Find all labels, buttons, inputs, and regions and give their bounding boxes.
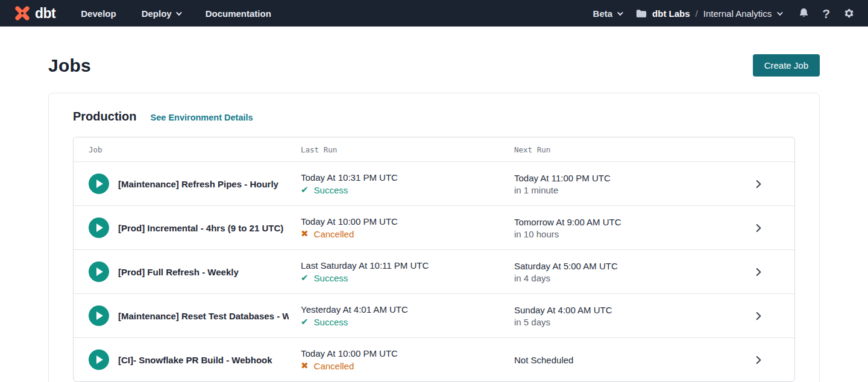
next-run-cell: Tomorrow At 9:00 AM UTC in 10 hours (514, 217, 722, 239)
next-run-relative: in 1 minute (514, 185, 722, 195)
status-line: ✔ Success (301, 316, 514, 327)
next-run-time: Sunday At 4:00 AM UTC (514, 305, 722, 315)
play-icon (96, 180, 103, 188)
status-badge: Success (314, 317, 348, 327)
nav-item-develop[interactable]: Develop (81, 8, 116, 19)
last-run-cell: Today At 10:00 PM UTC ✖ Cancelled (301, 348, 514, 371)
table-row[interactable]: [Maintenance] Reset Test Databases - W… … (74, 293, 794, 337)
gear-icon[interactable] (843, 7, 855, 19)
run-job-play-button[interactable] (89, 349, 109, 370)
play-icon (96, 355, 103, 364)
next-run-cell: Today At 11:00 PM UTC in 1 minute (514, 173, 722, 195)
account-name: dbt Labs (652, 8, 690, 19)
next-run-cell: Saturday At 5:00 AM UTC in 4 days (514, 261, 722, 283)
table-row[interactable]: [Prod] Full Refresh - Weekly Last Saturd… (74, 249, 794, 293)
see-environment-details-link[interactable]: See Environment Details (151, 113, 253, 122)
last-run-time: Yesterday At 4:01 AM UTC (301, 304, 514, 315)
beta-dropdown[interactable]: Beta (593, 8, 622, 19)
nav-item-label: Documentation (206, 8, 271, 19)
job-name: [CI]- Snowflake PR Build - Webhook (118, 355, 272, 365)
run-job-play-button[interactable] (89, 174, 109, 194)
navbar-icon-group: ? (798, 7, 855, 20)
next-run-time: Not Scheduled (514, 355, 722, 365)
job-name: [Prod] Full Refresh - Weekly (118, 267, 239, 277)
page-header: Jobs Create Job (0, 54, 868, 77)
dbt-logo-icon (13, 4, 31, 22)
play-icon (96, 224, 103, 232)
table-row[interactable]: [Maintenance] Refresh Pipes - Hourly Tod… (74, 161, 794, 205)
job-cell: [Maintenance] Refresh Pipes - Hourly (89, 174, 301, 194)
job-cell: [CI]- Snowflake PR Build - Webhook (89, 349, 301, 370)
chevron-right-icon[interactable] (754, 180, 763, 189)
job-cell: [Prod] Full Refresh - Weekly (89, 261, 301, 282)
folder-icon (636, 9, 647, 18)
chevron-right-icon[interactable] (754, 355, 763, 365)
last-run-cell: Yesterday At 4:01 AM UTC ✔ Success (301, 304, 514, 327)
job-name: [Maintenance] Reset Test Databases - W… (118, 311, 289, 321)
nav-item-documentation[interactable]: Documentation (206, 8, 271, 19)
chevron-down-icon (617, 10, 623, 16)
last-run-cell: Today At 10:00 PM UTC ✖ Cancelled (301, 216, 514, 239)
status-icon: ✔ (301, 272, 309, 283)
job-cell: [Prod] Incremental - 4hrs (9 to 21 UTC) (89, 218, 301, 238)
next-run-cell: Sunday At 4:00 AM UTC in 5 days (514, 305, 722, 327)
next-run-relative: in 10 hours (514, 229, 722, 239)
status-icon: ✖ (301, 360, 309, 371)
play-icon (96, 312, 103, 320)
status-line: ✔ Success (301, 272, 514, 283)
next-run-relative: in 4 days (514, 273, 722, 283)
job-name: [Maintenance] Refresh Pipes - Hourly (118, 179, 278, 189)
dbt-logo[interactable]: dbt (13, 4, 55, 22)
row-chevron-cell (722, 312, 794, 321)
status-badge: Success (314, 273, 348, 283)
next-run-cell: Not Scheduled (514, 355, 722, 365)
status-line: ✖ Cancelled (301, 360, 514, 371)
play-icon (96, 268, 103, 276)
help-icon[interactable]: ? (822, 7, 830, 20)
nav-item-label: Deploy (142, 8, 172, 19)
status-badge: Cancelled (314, 361, 354, 371)
chevron-right-icon[interactable] (754, 268, 763, 277)
table-row[interactable]: [Prod] Incremental - 4hrs (9 to 21 UTC) … (74, 205, 794, 249)
status-badge: Success (314, 185, 348, 195)
jobs-table: Job Last Run Next Run [Maintenance] Refr… (73, 137, 795, 382)
row-chevron-cell (722, 224, 794, 233)
chevron-right-icon[interactable] (754, 312, 763, 321)
status-icon: ✔ (301, 184, 309, 195)
row-chevron-cell (722, 180, 794, 189)
status-icon: ✔ (301, 316, 309, 327)
environment-card: Production See Environment Details Job L… (48, 93, 820, 382)
last-run-time: Last Saturday At 10:11 PM UTC (301, 260, 514, 271)
last-run-cell: Last Saturday At 10:11 PM UTC ✔ Success (301, 260, 514, 283)
bell-icon[interactable] (798, 7, 810, 19)
table-row[interactable]: [CI]- Snowflake PR Build - Webhook Today… (74, 337, 794, 381)
status-line: ✔ Success (301, 184, 514, 195)
next-run-time: Tomorrow At 9:00 AM UTC (514, 217, 722, 227)
environment-header: Production See Environment Details (73, 110, 795, 124)
run-job-play-button[interactable] (89, 261, 109, 282)
last-run-time: Today At 10:00 PM UTC (301, 216, 514, 227)
chevron-down-icon (176, 10, 182, 16)
chevron-right-icon[interactable] (754, 224, 763, 233)
row-chevron-cell (722, 355, 794, 365)
row-chevron-cell (722, 268, 794, 277)
next-run-time: Saturday At 5:00 AM UTC (514, 261, 722, 271)
last-run-cell: Today At 10:31 PM UTC ✔ Success (301, 172, 514, 195)
project-name: Internal Analytics (703, 8, 772, 19)
nav-item-deploy[interactable]: Deploy (142, 8, 180, 19)
run-job-play-button[interactable] (89, 218, 109, 238)
navbar-right: Beta dbt Labs / Internal Analytics ? (593, 7, 855, 20)
account-project-switcher[interactable]: dbt Labs / Internal Analytics (636, 8, 781, 19)
job-name: [Prod] Incremental - 4hrs (9 to 21 UTC) (118, 223, 283, 233)
beta-label: Beta (593, 8, 613, 19)
status-icon: ✖ (301, 228, 309, 239)
jobs-table-body: [Maintenance] Refresh Pipes - Hourly Tod… (74, 161, 794, 381)
chevron-down-icon (777, 10, 783, 16)
column-header-last-run: Last Run (301, 145, 514, 154)
create-job-button[interactable]: Create Job (753, 54, 820, 77)
status-badge: Cancelled (314, 229, 354, 239)
job-cell: [Maintenance] Reset Test Databases - W… (89, 305, 301, 326)
status-line: ✖ Cancelled (301, 228, 514, 239)
column-header-next-run: Next Run (514, 145, 722, 154)
run-job-play-button[interactable] (89, 305, 109, 326)
